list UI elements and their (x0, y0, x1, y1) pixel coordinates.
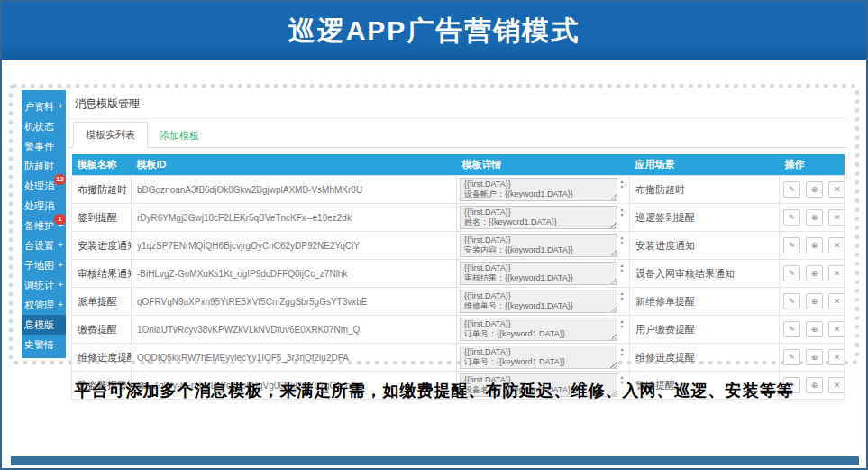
table-row: 安装进度通知 y1qzSP7ENrMQiQH6BjcvjrgOyCnC62yDP… (72, 232, 845, 260)
spinner-down-icon[interactable]: ▼ (617, 212, 626, 217)
view-button[interactable]: ⊕ (806, 321, 823, 337)
delete-button[interactable]: ✕ (828, 349, 844, 365)
template-detail-textarea[interactable]: {{first.DATA}} 维修单号：{{keyword1.DATA}} (460, 290, 617, 313)
sidebar-item-label: 台设置 (24, 235, 54, 255)
expand-plus-icon[interactable]: + (58, 97, 63, 116)
template-name-cell: 安装进度通知 (72, 232, 132, 260)
detail-scrollbar[interactable]: ▲ ▼ (617, 318, 626, 341)
view-button[interactable]: ⊕ (806, 209, 823, 226)
actions-cell: ✎ ⊕ ✕ (780, 204, 845, 232)
table-row: 签到提醒 rDyR6YMgj3Gwj10cF2LEKr5qBVeTncKFx--… (72, 204, 845, 232)
detail-scrollbar[interactable]: ▲ ▼ (617, 178, 626, 201)
delete-button[interactable]: ✕ (828, 237, 844, 253)
spinner-down-icon[interactable]: ▼ (617, 240, 626, 245)
edit-button[interactable]: ✎ (783, 237, 800, 253)
page-header: 巡逻APP广告营销模式 (2, 2, 866, 60)
template-name-cell: 签到提醒 (72, 204, 132, 232)
sidebar-item-label: 备维护 (24, 216, 54, 235)
template-id-cell: OQDIQ5kkRW7hEMEyvlecYy1IOF5_3r3riQf2iu2D… (132, 344, 457, 372)
sidebar-item[interactable]: 处理消息 12 (22, 176, 66, 196)
col-header-detail: 模板详情 (457, 154, 630, 176)
view-button[interactable]: ⊕ (806, 237, 823, 253)
view-button[interactable]: ⊕ (806, 349, 823, 365)
sidebar-item[interactable]: 子地图 + (22, 255, 66, 275)
edit-button[interactable]: ✎ (783, 209, 800, 226)
scene-cell: 新维修单提醒 (630, 288, 780, 316)
delete-button[interactable]: ✕ (828, 181, 844, 198)
spinner-down-icon[interactable]: ▼ (617, 268, 626, 273)
sidebar-item[interactable]: 备维护 + 1 (22, 216, 66, 235)
edit-button[interactable]: ✎ (783, 321, 800, 337)
scene-cell: 安装进度通知 (630, 232, 780, 260)
detail-scrollbar[interactable]: ▲ ▼ (617, 234, 626, 257)
detail-line1: {{first.DATA}} (464, 319, 613, 329)
template-detail-cell: {{first.DATA}} 安装内容：{{keyword1.DATA}} ▲ … (457, 232, 630, 260)
page-title: 巡逻APP广告营销模式 (288, 13, 580, 50)
expand-plus-icon[interactable]: + (58, 235, 63, 255)
delete-button[interactable]: ✕ (828, 293, 844, 309)
delete-button[interactable]: ✕ (828, 321, 844, 337)
sidebar-item[interactable]: 机状态 (22, 116, 66, 136)
sidebar-item[interactable]: 户资料 + (22, 97, 66, 116)
template-detail-cell: {{first.DATA}} 设备帐户：{{keyword1.DATA}} ▲ … (457, 176, 630, 204)
template-name-cell: 布撤防超时 (72, 176, 132, 204)
template-detail-textarea[interactable]: {{first.DATA}} 订单号：{{keyword1.DATA}} (460, 318, 617, 341)
detail-scrollbar[interactable]: ▲ ▼ (617, 262, 626, 285)
panel-title: 消息模版管理 (69, 90, 846, 119)
template-detail-cell: {{first.DATA}} 订单号：{{keyword1.DATA}} ▲ ▼ (457, 344, 630, 372)
actions-cell: ✎ ⊕ ✕ (780, 288, 845, 316)
table-row: 审核结果通知 -BiHLvgZ-GoMXuKs1Kt_ogIP9dcDFFQ0i… (72, 260, 845, 288)
sidebar-item[interactable]: 处理消息 (22, 196, 66, 216)
sidebar-item[interactable]: 调统计 + (22, 275, 66, 295)
edit-button[interactable]: ✎ (783, 293, 800, 309)
detail-scrollbar[interactable]: ▲ ▼ (617, 206, 626, 229)
edit-button[interactable]: ✎ (783, 349, 800, 365)
detail-line2: 姓名：{{keyword1.DATA}} (464, 217, 613, 227)
sidebar-item[interactable]: 警事件 (22, 136, 66, 156)
sidebar-item[interactable]: 台设置 + (22, 235, 66, 255)
edit-button[interactable]: ✎ (783, 181, 800, 198)
template-detail-textarea[interactable]: {{first.DATA}} 设备帐户：{{keyword1.DATA}} (460, 178, 617, 201)
view-button[interactable]: ⊕ (806, 265, 823, 281)
detail-scrollbar[interactable]: ▲ ▼ (617, 346, 626, 369)
tab[interactable]: 添加模板 (148, 124, 211, 148)
expand-plus-icon[interactable]: + (58, 275, 63, 295)
delete-button[interactable]: ✕ (828, 209, 844, 226)
detail-line1: {{first.DATA}} (464, 180, 613, 189)
template-id-cell: 1OnlaUTvRcyv38vKPWZkVLkNVDfuv6E0XRK07Nm_… (132, 316, 457, 344)
sidebar-item[interactable]: 史警情 (22, 335, 66, 355)
sidebar-item[interactable]: 权管理 + (22, 295, 66, 315)
template-detail-textarea[interactable]: {{first.DATA}} 姓名：{{keyword1.DATA}} (460, 206, 617, 229)
detail-line2: 订单号：{{keyword1.DATA}} (464, 329, 613, 339)
col-header-id: 模板ID (132, 154, 457, 176)
notification-badge: 1 (54, 214, 66, 225)
col-header-name: 模板名称 (72, 154, 132, 176)
table-row: 布撤防超时 bDGoznoanA3fB6djOk0Gkw2BgjwplAXMB-… (72, 176, 845, 204)
expand-plus-icon[interactable]: + (58, 295, 63, 315)
tab[interactable]: 模板实列表 (73, 122, 148, 148)
actions-cell: ✎ ⊕ ✕ (780, 260, 845, 288)
spinner-down-icon[interactable]: ▼ (617, 296, 626, 301)
table-header-row: 模板名称 模板ID 模板详情 应用场景 操作 (72, 154, 845, 176)
template-id-cell: -BiHLvgZ-GoMXuKs1Kt_ogIP9dcDFFQ0ijCc_z7N… (132, 260, 457, 288)
expand-plus-icon[interactable]: + (58, 255, 63, 275)
view-button[interactable]: ⊕ (806, 293, 823, 309)
edit-button[interactable]: ✎ (783, 265, 800, 281)
sidebar-item[interactable]: 防超时 (22, 156, 66, 176)
sidebar-item-label: 子地图 (24, 255, 54, 275)
actions-cell: ✎ ⊕ ✕ (780, 344, 845, 372)
template-detail-textarea[interactable]: {{first.DATA}} 安装内容：{{keyword1.DATA}} (460, 234, 617, 257)
spinner-down-icon[interactable]: ▼ (617, 184, 626, 189)
template-detail-textarea[interactable]: {{first.DATA}} 订单号：{{keyword1.DATA}} (460, 346, 617, 369)
table-row: 缴费提醒 1OnlaUTvRcyv38vKPWZkVLkNVDfuv6E0XRK… (72, 316, 845, 344)
template-detail-textarea[interactable]: {{first.DATA}} 审核结果：{{keyword1.DATA}} (460, 262, 617, 285)
spinner-down-icon[interactable]: ▼ (617, 324, 626, 329)
template-detail-cell: {{first.DATA}} 订单号：{{keyword1.DATA}} ▲ ▼ (457, 316, 630, 344)
spinner-down-icon[interactable]: ▼ (617, 352, 626, 357)
sidebar-item[interactable]: 息模版 (22, 315, 66, 335)
detail-scrollbar[interactable]: ▲ ▼ (617, 290, 626, 313)
actions-cell: ✎ ⊕ ✕ (780, 232, 845, 260)
table-row: 派单提醒 qOFRVqN9aXPxh95YtRE5XVf5CmZggSbr5gG… (72, 288, 845, 316)
view-button[interactable]: ⊕ (806, 181, 823, 198)
delete-button[interactable]: ✕ (828, 265, 844, 281)
